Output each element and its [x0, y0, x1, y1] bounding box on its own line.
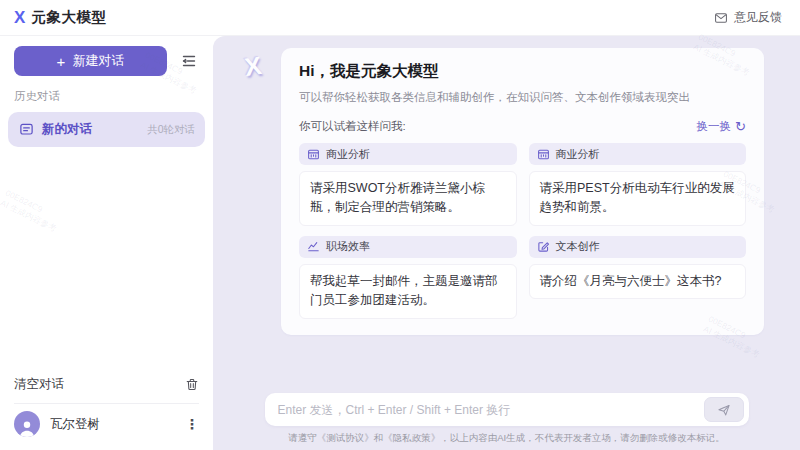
clear-conversations-label: 清空对话 [14, 376, 64, 393]
line-chart-icon [307, 240, 320, 253]
bot-avatar: X [235, 48, 271, 84]
suggestion-category: 职场效率 [299, 236, 517, 258]
suggestion-category-label: 商业分析 [326, 147, 370, 162]
suggestion-prompt[interactable]: 请采用PEST分析电动车行业的发展趋势和前景。 [529, 171, 747, 226]
user-name: 瓦尔登树 [50, 416, 100, 433]
refresh-icon: ↻ [735, 120, 746, 133]
new-chat-button[interactable]: + 新建对话 [14, 46, 167, 76]
logo-x-icon: X [14, 8, 25, 28]
suggestion-card: 文本创作 请介绍《月亮与六便士》这本书? [529, 236, 747, 319]
suggestion-card: 商业分析 请采用PEST分析电动车行业的发展趋势和前景。 [529, 143, 747, 226]
collapse-sidebar-icon [181, 54, 197, 68]
suggestion-category: 商业分析 [529, 143, 747, 165]
welcome-card: Hi，我是元象大模型 可以帮你轻松获取各类信息和辅助创作，在知识问答、文本创作领… [281, 48, 764, 335]
suggestion-prompt[interactable]: 请介绍《月亮与六便士》这本书? [529, 264, 747, 299]
message-input[interactable] [278, 403, 704, 417]
try-prompts-label: 你可以试着这样问我: [299, 119, 406, 134]
suggestion-category-label: 文本创作 [556, 239, 600, 254]
sidebar: + 新建对话 历史对话 新的对话 共0轮对话 [0, 36, 213, 450]
composer-area: 请遵守《测试协议》和《隐私政策》，以上内容由AI生成，不代表开发者立场，请勿删除… [213, 393, 800, 450]
feedback-label: 意见反馈 [734, 9, 782, 26]
user-menu-button[interactable]: ⋮ [185, 417, 199, 431]
suggestion-prompt[interactable]: 请采用SWOT分析雅诗兰黛小棕瓶，制定合理的营销策略。 [299, 171, 517, 226]
main-panel: X Hi，我是元象大模型 可以帮你轻松获取各类信息和辅助创作，在知识问答、文本创… [213, 36, 800, 450]
clear-conversations-button[interactable]: 清空对话 [14, 367, 199, 401]
app-logo: X 元象大模型 [14, 8, 106, 28]
new-chat-label: 新建对话 [72, 52, 124, 70]
envelope-icon [714, 11, 728, 25]
suggestion-grid: 商业分析 请采用SWOT分析雅诗兰黛小棕瓶，制定合理的营销策略。 商业分析 [299, 143, 746, 319]
refresh-label: 换一换 [697, 119, 732, 134]
user-avatar[interactable] [14, 411, 40, 437]
user-account-row: 瓦尔登树 ⋮ [14, 404, 199, 444]
edit-icon [537, 240, 550, 253]
refresh-prompts-button[interactable]: 换一换 ↻ [697, 119, 746, 134]
business-analysis-icon [307, 148, 320, 161]
greeting-description: 可以帮你轻松获取各类信息和辅助创作，在知识问答、文本创作领域表现突出 [299, 90, 746, 105]
person-icon [17, 418, 37, 437]
suggestion-card: 商业分析 请采用SWOT分析雅诗兰黛小棕瓶，制定合理的营销策略。 [299, 143, 517, 226]
conversation-round-count: 共0轮对话 [147, 123, 195, 137]
suggestion-category: 文本创作 [529, 236, 747, 258]
message-input-bar [265, 393, 749, 426]
suggestion-card: 职场效率 帮我起草一封邮件，主题是邀请部门员工参加团建活动。 [299, 236, 517, 319]
suggestion-category: 商业分析 [299, 143, 517, 165]
trash-icon [185, 377, 199, 392]
chat-bubble-icon [19, 122, 34, 137]
history-section-label: 历史对话 [0, 80, 213, 110]
collapse-sidebar-button[interactable] [177, 49, 201, 73]
paper-plane-icon [717, 403, 731, 417]
suggestion-prompt[interactable]: 帮我起草一封邮件，主题是邀请部门员工参加团建活动。 [299, 264, 517, 319]
business-analysis-icon [537, 148, 550, 161]
send-button[interactable] [704, 397, 744, 422]
feedback-button[interactable]: 意见反馈 [714, 9, 782, 26]
top-bar: X 元象大模型 意见反馈 [0, 0, 800, 36]
conversation-title: 新的对话 [42, 121, 92, 138]
suggestion-category-label: 职场效率 [326, 239, 370, 254]
ai-disclaimer: 请遵守《测试协议》和《隐私政策》，以上内容由AI生成，不代表开发者立场，请勿删除… [213, 432, 800, 445]
conversation-item[interactable]: 新的对话 共0轮对话 [8, 112, 205, 147]
greeting-title: Hi，我是元象大模型 [299, 61, 746, 82]
app-window: X 元象大模型 意见反馈 + 新建对话 [0, 0, 800, 450]
app-title: 元象大模型 [31, 8, 106, 27]
plus-icon: + [57, 54, 66, 69]
suggestion-category-label: 商业分析 [556, 147, 600, 162]
